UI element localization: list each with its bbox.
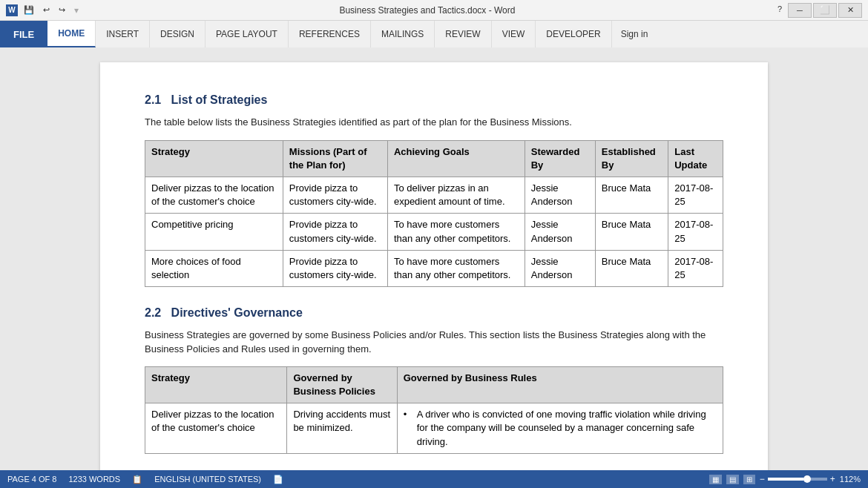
redo-icon[interactable]: ↪	[56, 4, 68, 16]
tab-references[interactable]: REFERENCES	[289, 21, 371, 47]
gov-cell-strategy-0: Deliver pizzas to the location of the cu…	[145, 403, 287, 454]
word-icon: W	[6, 4, 18, 16]
tab-insert[interactable]: INSERT	[96, 21, 150, 47]
governance-row: Deliver pizzas to the location of the cu…	[145, 403, 723, 454]
ribbon-tabs: HOME INSERT DESIGN PAGE LAYOUT REFERENCE…	[47, 21, 868, 47]
tab-developer[interactable]: DEVELOPER	[536, 21, 611, 47]
cell-goals-1: To have more customers than any other co…	[387, 214, 525, 250]
tab-home[interactable]: HOME	[47, 21, 96, 47]
minimize-button[interactable]: ─	[788, 3, 812, 18]
col-established: Established By	[595, 140, 668, 177]
restore-button[interactable]: ⬜	[813, 3, 837, 18]
section-22-intro: Business Strategies are governed by some…	[145, 329, 723, 355]
col-last-update: Last Update	[668, 140, 723, 177]
ribbon: FILE HOME INSERT DESIGN PAGE LAYOUT REFE…	[0, 21, 868, 47]
cell-established-0: Bruce Mata	[595, 177, 668, 213]
cell-strategy-2: More choices of food selection	[145, 250, 283, 286]
gov-cell-rules-0: •A driver who is convicted of one moving…	[397, 403, 723, 454]
section-21-title: List of Strategies	[171, 93, 268, 106]
cell-update-0: 2017-08-25	[668, 177, 723, 213]
status-bar-right: ▦ ▤ ⊞ − + 112%	[709, 474, 861, 484]
gov-col-policies: Governed by Business Policies	[287, 366, 397, 403]
undo-icon[interactable]: ↩	[40, 4, 53, 16]
cell-strategy-0: Deliver pizzas to the location of the cu…	[145, 177, 283, 213]
gov-col-strategy: Strategy	[145, 366, 287, 403]
track-changes-icon: 📄	[273, 475, 283, 484]
col-missions: Missions (Part of the Plan for)	[283, 140, 387, 177]
section-21-heading: 2.1 List of Strategies	[145, 92, 723, 108]
table-header-row: Strategy Missions (Part of the Plan for)…	[145, 140, 723, 177]
tab-page-layout[interactable]: PAGE LAYOUT	[206, 21, 289, 47]
col-strategy: Strategy	[145, 140, 283, 177]
layout-icon-2[interactable]: ▤	[726, 475, 739, 484]
section-22: 2.2 Directives' Governance Business Stra…	[145, 305, 723, 454]
governance-header-row: Strategy Governed by Business Policies G…	[145, 366, 723, 403]
zoom-level: 112%	[840, 475, 861, 484]
close-button[interactable]: ✕	[838, 3, 862, 18]
cell-established-1: Bruce Mata	[595, 214, 668, 250]
file-tab[interactable]: FILE	[0, 21, 47, 47]
status-bar: PAGE 4 OF 8 1233 WORDS 📋 ENGLISH (UNITED…	[0, 470, 868, 488]
table-row: Deliver pizzas to the location of the cu…	[145, 177, 723, 213]
help-button[interactable]: ?	[773, 3, 786, 18]
section-21-number: 2.1	[145, 93, 168, 106]
tab-view[interactable]: VIEW	[492, 21, 536, 47]
language: ENGLISH (UNITED STATES)	[154, 475, 261, 484]
document-area: 2.1 List of Strategies The table below l…	[0, 47, 868, 470]
title-bar-left: W 💾 ↩ ↪ ▾	[6, 4, 82, 16]
word-count: 1233 WORDS	[68, 475, 120, 484]
cell-stewarded-2: Jessie Anderson	[525, 250, 595, 286]
window-controls[interactable]: ? ─ ⬜ ✕	[773, 3, 862, 18]
page-info: PAGE 4 OF 8	[7, 475, 56, 484]
cell-stewarded-0: Jessie Anderson	[525, 177, 595, 213]
table-row: Competitive pricing Provide pizza to cus…	[145, 214, 723, 250]
zoom-bar: − +	[760, 474, 835, 484]
section-22-number: 2.2	[145, 306, 168, 319]
zoom-thumb[interactable]	[803, 475, 811, 483]
title-bar: W 💾 ↩ ↪ ▾ Business Strategies and Tactic…	[0, 0, 868, 21]
document-title: Business Strategies and Tactics.docx - W…	[82, 5, 773, 16]
cell-established-2: Bruce Mata	[595, 250, 668, 286]
tab-mailings[interactable]: MAILINGS	[371, 21, 435, 47]
tab-review[interactable]: REVIEW	[435, 21, 491, 47]
cell-goals-0: To deliver pizzas in an expedient amount…	[387, 177, 525, 213]
gov-cell-policies-0: Driving accidents must be minimized.	[287, 403, 397, 454]
strategies-table: Strategy Missions (Part of the Plan for)…	[145, 140, 723, 288]
layout-icon-1[interactable]: ▦	[709, 475, 722, 484]
section-22-heading: 2.2 Directives' Governance	[145, 305, 723, 321]
page-content: 2.1 List of Strategies The table below l…	[100, 62, 768, 470]
layout-icon-3[interactable]: ⊞	[743, 475, 755, 484]
governance-table: Strategy Governed by Business Policies G…	[145, 366, 723, 454]
sign-in-button[interactable]: Sign in	[612, 21, 657, 47]
section-21-intro: The table below lists the Business Strat…	[145, 116, 723, 129]
zoom-fill	[768, 478, 803, 481]
cell-stewarded-1: Jessie Anderson	[525, 214, 595, 250]
section-21: 2.1 List of Strategies The table below l…	[145, 92, 723, 287]
zoom-in-button[interactable]: +	[830, 474, 835, 484]
col-goals: Achieving Goals	[387, 140, 525, 177]
cell-missions-1: Provide pizza to customers city-wide.	[283, 214, 387, 250]
proofread-icon[interactable]: 📋	[132, 475, 142, 484]
save-icon[interactable]: 💾	[21, 4, 37, 16]
zoom-track[interactable]	[768, 478, 827, 481]
cell-update-2: 2017-08-25	[668, 250, 723, 286]
zoom-out-button[interactable]: −	[760, 474, 765, 484]
col-stewarded: Stewarded By	[525, 140, 595, 177]
cell-missions-0: Provide pizza to customers city-wide.	[283, 177, 387, 213]
table-row: More choices of food selection Provide p…	[145, 250, 723, 286]
section-22-title: Directives' Governance	[171, 306, 303, 319]
tab-design[interactable]: DESIGN	[150, 21, 206, 47]
cell-missions-2: Provide pizza to customers city-wide.	[283, 250, 387, 286]
cell-goals-2: To have more customers than any other co…	[387, 250, 525, 286]
gov-col-rules: Governed by Business Rules	[397, 366, 723, 403]
cell-strategy-1: Competitive pricing	[145, 214, 283, 250]
cell-update-1: 2017-08-25	[668, 214, 723, 250]
